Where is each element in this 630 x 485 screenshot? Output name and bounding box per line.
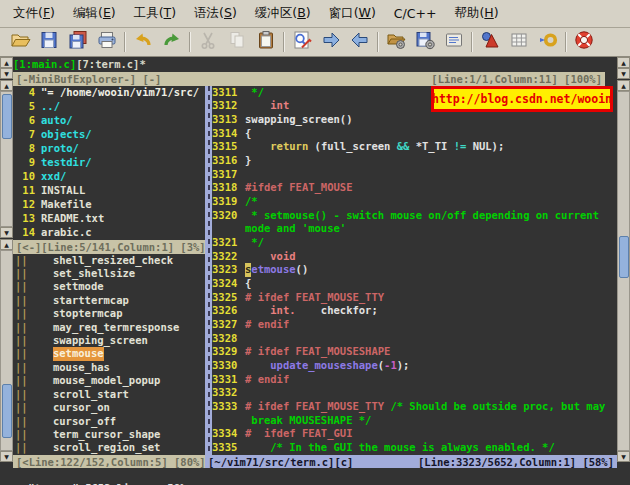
code-line[interactable]: 3332 xyxy=(212,386,617,400)
explorer-entry[interactable]: 9testdir/ xyxy=(13,156,205,170)
print-button[interactable] xyxy=(92,29,121,55)
code-line[interactable]: 3313 swapping_screen() xyxy=(212,113,617,127)
scrollbar-down-button[interactable]: ▼ xyxy=(617,451,630,462)
scrollbar-down-button[interactable]: ▼ xyxy=(0,227,13,238)
code-line[interactable]: 3314 { xyxy=(212,127,617,141)
taglist-item[interactable]: || mouse_has xyxy=(13,361,205,374)
code-line[interactable]: 3318 #ifdef FEAT_MOUSE xyxy=(212,181,617,195)
code-line[interactable]: 3335 /* In the GUI the mouse is always e… xyxy=(212,441,617,455)
code-line[interactable]: 3317 xyxy=(212,168,617,182)
taglist-item[interactable]: || cursor_off xyxy=(13,415,205,428)
scrollbar-up-button[interactable]: ▲ xyxy=(0,80,13,91)
scrollbar-up-button[interactable]: ▲ xyxy=(617,57,630,68)
code-line[interactable]: 3320 * setmouse() - switch mouse on/off … xyxy=(212,209,617,223)
redo-button[interactable] xyxy=(157,29,186,55)
taglist-item[interactable]: || term_cursor_shape xyxy=(13,428,205,441)
vertical-split-separator[interactable] xyxy=(205,86,212,456)
explorer-entry[interactable]: 8proto/ xyxy=(13,142,205,156)
paste-button[interactable] xyxy=(251,29,280,55)
scrollbar-down-button[interactable]: ▼ xyxy=(0,68,13,79)
scrollbar-up-button[interactable]: ▲ xyxy=(0,57,13,68)
scrollbar-down-button[interactable]: ▼ xyxy=(617,68,630,79)
taglist-item[interactable]: || may_req_termresponse xyxy=(13,321,205,334)
taglist-item[interactable]: || scroll_start xyxy=(13,388,205,401)
taglist-item[interactable]: || settmode xyxy=(13,280,205,293)
taglist-item[interactable]: || cursor_on xyxy=(13,401,205,414)
code-line[interactable]: 3334 # ifdef FEAT_GUI xyxy=(212,427,617,441)
explorer-entry[interactable]: 14arabic.c xyxy=(13,226,205,240)
load-session-button[interactable] xyxy=(381,29,410,55)
copy-button[interactable] xyxy=(222,29,251,55)
file-explorer-pane[interactable]: 4"= /home/wooin/vim71/src/ 5../ 6auto/ 7… xyxy=(13,86,205,240)
find-prev-button[interactable] xyxy=(345,29,374,55)
cut-button[interactable] xyxy=(193,29,222,55)
menu-item-4[interactable]: 缓冲区(B) xyxy=(246,1,320,26)
save-session-button[interactable] xyxy=(410,29,439,55)
make-button[interactable] xyxy=(475,29,504,55)
scrollbar-up-button[interactable]: ▲ xyxy=(617,80,630,91)
code-line[interactable]: 3328 xyxy=(212,332,617,346)
code-line[interactable]: mode and 'mouse' xyxy=(212,222,617,236)
buffer-tab-term-c[interactable]: [7:term.c]* xyxy=(76,58,146,70)
buffer-tab-main-c[interactable]: [1:main.c] xyxy=(13,58,76,70)
explorer-entry[interactable]: 12Makefile xyxy=(13,198,205,212)
menu-item-6[interactable]: C/C++ xyxy=(385,2,446,25)
code-line[interactable]: 3327 # endif xyxy=(212,318,617,332)
tag-jump-button[interactable] xyxy=(533,29,562,55)
taglist-item[interactable]: || mouse_model_popup xyxy=(13,374,205,387)
open-button[interactable] xyxy=(5,29,34,55)
code-line[interactable]: 3323 setmouse() xyxy=(212,263,617,277)
menu-item-0[interactable]: 文件(F) xyxy=(4,1,64,26)
scrollbar-up-button[interactable]: ▲ xyxy=(0,239,13,250)
find-replace-button[interactable] xyxy=(287,29,316,55)
taglist-item[interactable]: || stoptermcap xyxy=(13,307,205,320)
code-line[interactable]: 3316 } xyxy=(212,154,617,168)
undo-button[interactable] xyxy=(128,29,157,55)
code-line[interactable]: 3326 int. checkfor; xyxy=(212,304,617,318)
taglist-item[interactable]: || swapping_screen xyxy=(13,334,205,347)
help-button[interactable] xyxy=(569,29,598,55)
taglist-item[interactable]: || scroll_region_set xyxy=(13,441,205,454)
scrollbar-thumb[interactable] xyxy=(2,384,12,438)
code-line[interactable]: 3322 void xyxy=(212,250,617,264)
save-all-button[interactable] xyxy=(63,29,92,55)
menu-item-1[interactable]: 编辑(E) xyxy=(64,1,125,26)
code-token: int. xyxy=(245,304,296,318)
scrollbar-thumb[interactable] xyxy=(2,94,12,139)
code-line[interactable]: 3329 # ifdef FEAT_MOUSESHAPE xyxy=(212,345,617,359)
save-button[interactable] xyxy=(34,29,63,55)
menu-item-3[interactable]: 语法(S) xyxy=(185,1,246,26)
explorer-entry[interactable]: 7objects/ xyxy=(13,128,205,142)
code-line[interactable]: 3333 # ifdef FEAT_MOUSE_TTY /* Should be… xyxy=(212,400,617,414)
tag-key-icon xyxy=(537,29,559,55)
explorer-entry[interactable]: 6auto/ xyxy=(13,114,205,128)
menu-item-2[interactable]: 工具(T) xyxy=(125,1,185,26)
menu-item-7[interactable]: 帮助(H) xyxy=(445,1,507,26)
scrollbar-down-button[interactable]: ▼ xyxy=(0,451,13,462)
taglist-item[interactable]: || shell_resized_check xyxy=(13,254,205,267)
code-line[interactable]: 3319 /* xyxy=(212,195,617,209)
explorer-entry[interactable]: 10xxd/ xyxy=(13,170,205,184)
find-next-button[interactable] xyxy=(316,29,345,55)
explorer-entry[interactable]: 4"= /home/wooin/vim71/src/ xyxy=(13,86,205,100)
taglist-item[interactable]: || set_shellsize xyxy=(13,267,205,280)
line-number: 9 xyxy=(13,156,35,170)
code-line[interactable]: 3321 */ xyxy=(212,236,617,250)
explorer-entry[interactable]: 13README.txt xyxy=(13,212,205,226)
code-line[interactable]: 3324 { xyxy=(212,277,617,291)
run-ctags-button[interactable] xyxy=(504,29,533,55)
taglist-item[interactable]: || starttermcap xyxy=(13,294,205,307)
code-line[interactable]: 3325 # ifdef FEAT_MOUSE_TTY xyxy=(212,291,617,305)
run-script-button[interactable] xyxy=(439,29,468,55)
taglist-pane[interactable]: || shell_resized_check|| set_shellsize||… xyxy=(13,254,205,456)
code-line[interactable]: break MOUSESHAPE */ xyxy=(212,414,617,428)
code-editor-pane[interactable]: 3311 */3312 int3313 swapping_screen()331… xyxy=(212,86,617,456)
explorer-entry[interactable]: 11INSTALL xyxy=(13,184,205,198)
explorer-entry[interactable]: 5../ xyxy=(13,100,205,114)
code-line[interactable]: 3330 update_mouseshape(-1); xyxy=(212,359,617,373)
taglist-item[interactable]: || setmouse xyxy=(13,347,205,360)
scrollbar-thumb[interactable] xyxy=(619,236,629,278)
menu-item-5[interactable]: 窗口(W) xyxy=(320,1,385,26)
code-line[interactable]: 3331 # endif xyxy=(212,373,617,387)
code-line[interactable]: 3315 return (full_screen && *T_TI != NUL… xyxy=(212,140,617,154)
